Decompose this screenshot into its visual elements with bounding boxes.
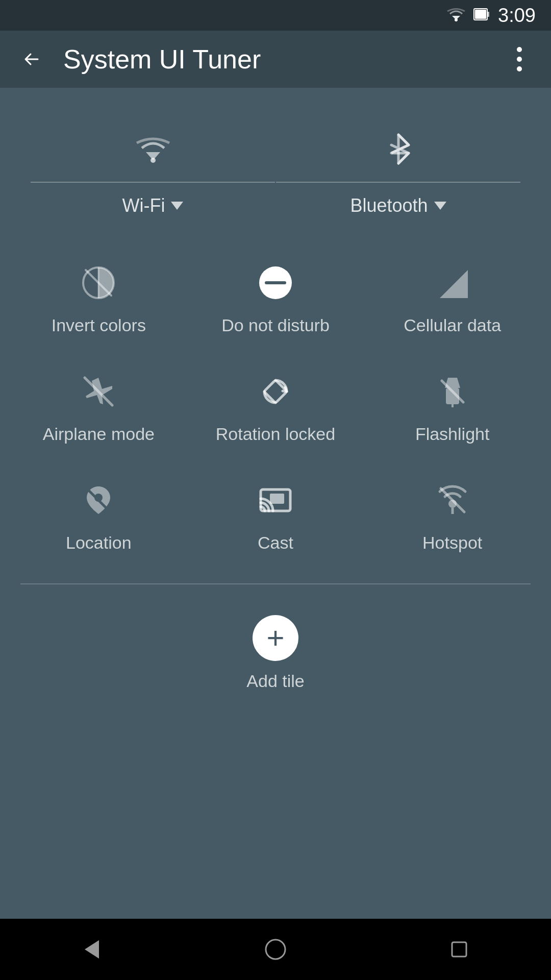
flashlight-icon [432,371,473,412]
nav-recents-button[interactable] [429,929,490,970]
add-tile-label: Add tile [246,671,304,691]
wifi-label-row: Wi-Fi [122,195,184,216]
flashlight-label: Flashlight [415,424,490,444]
page-title: System UI Tuner [63,44,488,75]
app-bar: System UI Tuner [0,31,551,88]
svg-rect-3 [487,12,489,17]
wifi-status-icon [447,7,465,24]
svg-marker-15 [440,270,468,298]
invert-colors-icon [78,262,119,303]
bluetooth-label: Bluetooth [350,195,428,216]
section-divider [20,583,531,584]
airplane-mode-icon [78,371,119,412]
location-label: Location [66,533,132,553]
bluetooth-label-row: Bluetooth [350,195,446,216]
add-tile-plus-icon: + [266,623,284,653]
battery-icon [473,6,490,24]
svg-point-5 [517,47,522,52]
rotation-locked-label: Rotation locked [216,424,335,444]
status-time: 3:09 [498,5,536,27]
bluetooth-tile-icon [383,129,414,169]
do-not-disturb-label: Do not disturb [221,315,330,335]
svg-point-7 [517,66,522,71]
svg-rect-25 [270,494,284,504]
cast-label: Cast [258,533,293,553]
nav-back-button[interactable] [61,929,122,970]
status-bar: 3:09 [0,0,551,31]
cast-tile[interactable]: Cast [187,464,364,573]
status-icons: 3:09 [447,5,536,27]
rotation-locked-icon [255,371,296,412]
location-tile[interactable]: Location [10,464,187,573]
main-content: Wi-Fi Bluetooth [0,88,551,919]
hotspot-tile[interactable]: Hotspot [364,464,541,573]
svg-point-30 [266,940,285,959]
svg-point-1 [455,18,458,21]
cast-icon [255,480,296,521]
svg-marker-29 [85,940,99,959]
wifi-tile-icon [135,129,171,169]
wifi-divider [31,182,275,183]
bluetooth-chevron-icon [434,202,446,210]
airplane-mode-tile[interactable]: Airplane mode [10,356,187,464]
location-icon [78,480,119,521]
more-options-button[interactable] [504,44,535,75]
bluetooth-tile[interactable]: Bluetooth [276,129,520,216]
wifi-tile[interactable]: Wi-Fi [31,129,275,216]
rotation-locked-tile[interactable]: Rotation locked [187,356,364,464]
svg-rect-31 [452,942,466,957]
flashlight-tile[interactable]: Flashlight [364,356,541,464]
invert-colors-label: Invert colors [52,315,146,335]
wifi-chevron-icon [171,202,183,210]
do-not-disturb-tile[interactable]: Do not disturb [187,247,364,356]
hotspot-icon [432,480,473,521]
add-tile-button[interactable]: + Add tile [0,595,551,722]
do-not-disturb-icon [255,262,296,303]
hotspot-label: Hotspot [422,533,482,553]
wifi-label: Wi-Fi [122,195,165,216]
invert-colors-tile[interactable]: Invert colors [10,247,187,356]
nav-home-button[interactable] [245,929,306,970]
back-button[interactable] [16,44,47,75]
airplane-mode-label: Airplane mode [43,424,155,444]
cellular-data-label: Cellular data [404,315,501,335]
svg-point-6 [517,57,522,62]
tile-grid: Invert colors Do not disturb Cellular da… [0,216,551,573]
svg-rect-14 [265,281,286,284]
cellular-data-tile[interactable]: Cellular data [364,247,541,356]
cellular-data-icon [432,262,473,303]
svg-rect-4 [475,10,486,19]
svg-point-9 [151,158,156,163]
add-tile-circle: + [253,615,298,661]
top-tiles-row: Wi-Fi Bluetooth [0,108,551,216]
bluetooth-divider [276,182,520,183]
nav-bar [0,919,551,980]
